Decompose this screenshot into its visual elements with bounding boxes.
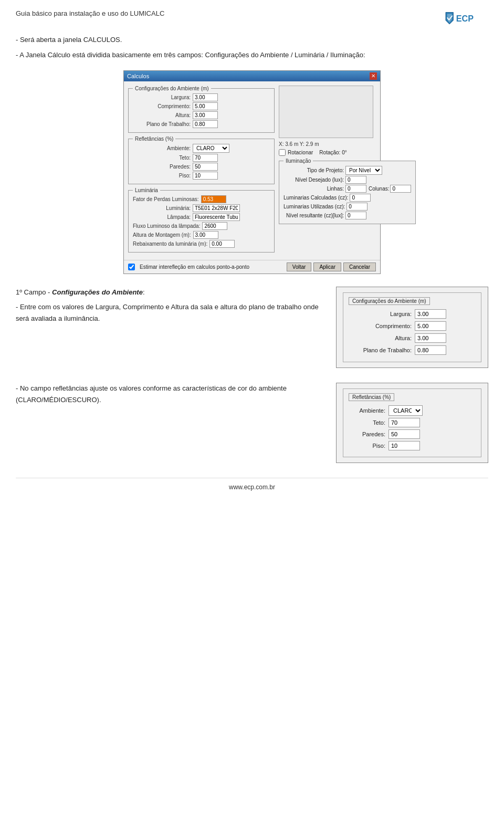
lampada-label: Lâmpada: [133, 214, 191, 220]
section2-body: - No campo refletâncias ajuste os valore… [16, 383, 323, 406]
s1-largura-label: Largura: [349, 311, 412, 317]
nivel-result-label: Nível resultante (cz)[lux]: [284, 213, 344, 218]
luminaria-name-input[interactable] [193, 204, 240, 212]
window-right-panel: X: 3.6 m Y: 2.9 m Rotacionar Rotação: 0°… [279, 86, 376, 256]
s1-comprimento-input[interactable] [415, 321, 446, 331]
s2-paredes-input[interactable] [388, 429, 420, 439]
room-preview [279, 86, 373, 138]
colunas-label: Colunas: [369, 186, 389, 192]
comprimento-label: Comprimento: [133, 103, 191, 109]
section2-area: - No campo refletâncias ajuste os valore… [16, 383, 488, 463]
rebaixamento-label: Rebaixamento da luminária (m): [133, 241, 207, 247]
reflet-ambiente-label: Ambiente: [133, 145, 191, 151]
lum-calc-input[interactable] [350, 194, 371, 202]
section2-reflet-panel: Refletâncias (%) Ambiente: CLARO MÉDIO E… [336, 383, 488, 463]
nivel-result-input[interactable] [345, 212, 366, 219]
reflet-piso-input[interactable] [193, 172, 218, 180]
config-ambiente-legend: Configurações do Ambiente (m) [133, 86, 211, 91]
rotacao-label: Rotação: 0° [319, 150, 346, 155]
fator-label: Fator de Perdas Luminosas: [133, 196, 199, 202]
reflet-piso-label: Piso: [133, 173, 191, 178]
tipo-select[interactable]: Por Nível [345, 166, 382, 175]
refletancias-legend: Refletâncias (%) [133, 136, 175, 142]
window-bottom-bar: Estimar interefleção em calculos ponto-a… [124, 260, 380, 274]
page-title: Guia básico para instalação e uso do LUM… [16, 9, 164, 17]
s1-comprimento-label: Comprimento: [349, 323, 412, 329]
page-header: Guia básico para instalação e uso do LUM… [16, 9, 488, 29]
luminaria-name-label: Luminária: [133, 205, 191, 211]
alt-mont-input[interactable] [193, 231, 218, 239]
iluminacao-legend: Iluminação [284, 158, 313, 164]
fluxo-label: Fluxo Luminoso da lâmpada: [133, 223, 200, 229]
svg-text:ECP: ECP [456, 14, 474, 23]
luminaria-group: Luminária Fator de Perdas Luminosas: Lum… [128, 187, 275, 253]
s2-teto-label: Teto: [349, 419, 385, 426]
s1-altura-input[interactable] [415, 333, 446, 343]
rotacionar-label: Rotacionar [288, 150, 313, 155]
fluxo-input[interactable] [202, 222, 227, 230]
ecp-logo: ECP [441, 9, 488, 29]
s1-altura-label: Altura: [349, 335, 412, 341]
window-close-button[interactable]: ✕ [370, 72, 377, 80]
reflet-paredes-label: Paredes: [133, 164, 191, 170]
fator-input[interactable] [201, 195, 226, 203]
altura-label: Altura: [133, 112, 191, 118]
reflet-panel-title: Refletâncias (%) [349, 393, 394, 401]
s1-largura-input[interactable] [415, 309, 446, 319]
section1-text: 1º Campo - Configurações do Ambiente: - … [16, 287, 323, 324]
section1-body: - Entre com os valores de Largura, Compr… [16, 301, 323, 324]
reflet-teto-input[interactable] [193, 154, 218, 162]
window-titlebar: Calculos ✕ [124, 71, 380, 81]
config-panel-title: Configurações do Ambiente (m) [349, 297, 430, 305]
logo: ECP [441, 9, 488, 29]
page-footer: www.ecp.com.br [16, 478, 488, 491]
s2-teto-input[interactable] [388, 418, 420, 427]
largura-label: Largura: [133, 94, 191, 100]
iluminacao-group: Iluminação Tipo de Projeto: Por Nível Ní… [279, 158, 416, 224]
s2-ambiente-label: Ambiente: [349, 407, 385, 414]
cancelar-button[interactable]: Cancelar [343, 262, 376, 271]
voltar-button[interactable]: Voltar [287, 262, 312, 271]
aplicar-button[interactable]: Aplicar [313, 262, 341, 271]
rebaixamento-input[interactable] [209, 240, 235, 248]
window-left-panel: Configurações do Ambiente (m) Largura: C… [128, 86, 275, 256]
s1-plano-input[interactable] [415, 345, 446, 355]
intro-para1: - Será aberta a janela CALCULOS. [16, 35, 488, 46]
largura-input[interactable] [193, 93, 218, 101]
nivel-input[interactable] [345, 176, 366, 184]
s2-ambiente-select[interactable]: CLARO MÉDIO ESCURO [388, 405, 423, 416]
nivel-label: Nível Desejado (lux): [284, 177, 344, 183]
comprimento-input[interactable] [193, 102, 218, 110]
s1-plano-label: Plano de Trabalho: [349, 347, 412, 353]
reflet-ambiente-select[interactable]: CLARO MÉDIO ESCURO [193, 144, 229, 153]
refletancias-group: Refletâncias (%) Ambiente: CLARO MÉDIO E… [128, 136, 275, 184]
colunas-input[interactable] [390, 185, 411, 193]
alt-mont-label: Altura de Montagem (m): [133, 232, 191, 238]
reflet-teto-label: Teto: [133, 155, 191, 161]
section1-heading: 1º Campo - Configurações do Ambiente: [16, 287, 323, 298]
rotacionar-checkbox[interactable] [279, 149, 286, 156]
plano-input[interactable] [193, 120, 218, 128]
window-title: Calculos [127, 73, 149, 79]
calculos-window: Calculos ✕ Configurações do Ambiente (m)… [123, 70, 381, 274]
section1-config-panel: Configurações do Ambiente (m) Largura: C… [336, 287, 488, 368]
tipo-label: Tipo de Projeto: [284, 167, 344, 173]
intro-para2: - A Janela Cálculo está dividida basicam… [16, 50, 488, 61]
reflet-paredes-input[interactable] [193, 163, 218, 171]
lampada-input[interactable] [193, 213, 240, 221]
lum-util-label: Luminarias Utilizadas (cz): [284, 204, 345, 209]
plano-label: Plano de Trabalho: [133, 121, 191, 127]
window-buttons: Voltar Aplicar Cancelar [287, 262, 376, 271]
section2-text: - No campo refletâncias ajuste os valore… [16, 383, 323, 406]
footer-url: www.ecp.com.br [229, 484, 275, 491]
lum-util-input[interactable] [346, 203, 368, 211]
lum-calc-label: Luminarias Calculadas (cz): [284, 195, 348, 201]
estimar-checkbox[interactable] [128, 264, 135, 270]
s2-piso-input[interactable] [388, 441, 420, 450]
section1-area: 1º Campo - Configurações do Ambiente: - … [16, 287, 488, 368]
estimar-label: Estimar interefleção em calculos ponto-a… [140, 264, 249, 270]
altura-input[interactable] [193, 111, 218, 119]
s2-piso-label: Piso: [349, 443, 385, 449]
linhas-input[interactable] [345, 185, 366, 193]
s2-paredes-label: Paredes: [349, 431, 385, 437]
